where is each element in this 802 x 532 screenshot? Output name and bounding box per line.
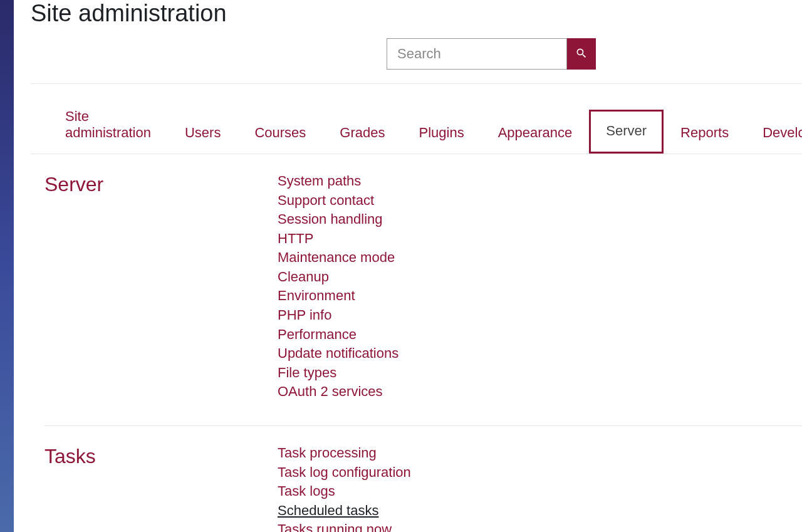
main-content: Site administration Site administrationU… — [31, 0, 802, 532]
link-cleanup[interactable]: Cleanup — [278, 268, 329, 287]
link-environment[interactable]: Environment — [278, 286, 355, 306]
tab-development[interactable]: Development — [746, 112, 802, 154]
link-tasks-running-now[interactable]: Tasks running now — [278, 520, 392, 532]
link-php-info[interactable]: PHP info — [278, 306, 331, 325]
section-title-server: Server — [44, 172, 278, 402]
search-icon — [575, 47, 588, 61]
tab-courses[interactable]: Courses — [237, 112, 323, 154]
admin-tabs: Site administrationUsersCoursesGradesPlu… — [31, 84, 802, 154]
link-support-contact[interactable]: Support contact — [278, 191, 374, 211]
link-system-paths[interactable]: System paths — [278, 172, 361, 191]
section-links-server: System pathsSupport contactSession handl… — [278, 172, 398, 402]
section-tasks: TasksTask processingTask log configurati… — [44, 444, 802, 532]
link-performance[interactable]: Performance — [278, 325, 357, 345]
link-oauth-2-services[interactable]: OAuth 2 services — [278, 382, 383, 402]
section-links-tasks: Task processingTask log configurationTas… — [278, 444, 411, 532]
left-accent-stripe — [0, 0, 14, 532]
admin-sections: ServerSystem pathsSupport contactSession… — [31, 154, 802, 532]
link-task-logs[interactable]: Task logs — [278, 482, 335, 501]
link-maintenance-mode[interactable]: Maintenance mode — [278, 248, 395, 268]
link-scheduled-tasks[interactable]: Scheduled tasks — [278, 501, 378, 521]
search-input[interactable] — [387, 38, 567, 70]
tab-users[interactable]: Users — [168, 112, 237, 154]
tab-appearance[interactable]: Appearance — [481, 112, 590, 154]
search-row — [31, 38, 802, 70]
tab-server[interactable]: Server — [589, 110, 664, 154]
link-task-log-configuration[interactable]: Task log configuration — [278, 463, 411, 482]
tab-reports[interactable]: Reports — [664, 112, 746, 154]
tab-plugins[interactable]: Plugins — [402, 112, 481, 154]
link-session-handling[interactable]: Session handling — [278, 210, 383, 229]
link-http[interactable]: HTTP — [278, 229, 313, 249]
section-title-tasks: Tasks — [44, 444, 278, 532]
tab-site-administration[interactable]: Site administration — [48, 95, 168, 154]
link-update-notifications[interactable]: Update notifications — [278, 344, 398, 363]
search-button[interactable] — [567, 38, 596, 70]
link-file-types[interactable]: File types — [278, 363, 336, 383]
tab-grades[interactable]: Grades — [323, 112, 402, 154]
link-task-processing[interactable]: Task processing — [278, 444, 377, 463]
section-server: ServerSystem pathsSupport contactSession… — [44, 172, 802, 426]
page-title: Site administration — [31, 0, 802, 27]
